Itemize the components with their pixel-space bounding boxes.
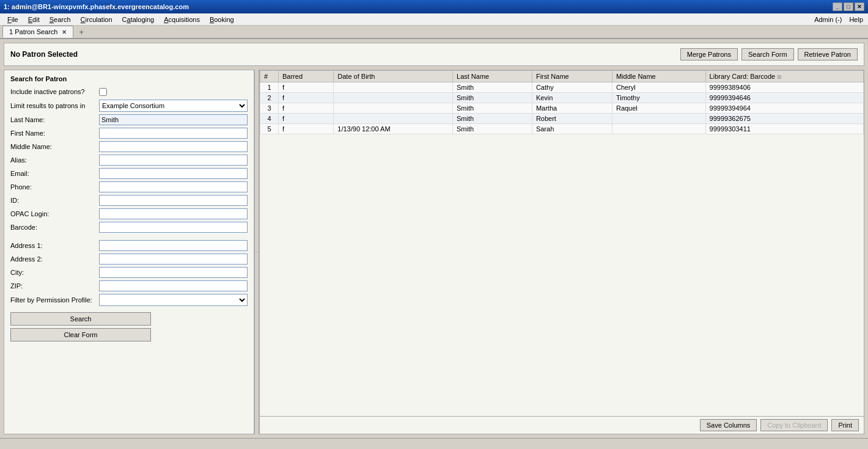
cell-firstname: Kevin (532, 93, 612, 103)
table-header-row: # Barred Date of Birth Last Name First N… (260, 71, 864, 82)
search-button[interactable]: Search (10, 312, 151, 326)
cell-num: 5 (260, 124, 279, 134)
save-columns-button[interactable]: Save Columns (700, 419, 757, 431)
results-table-container[interactable]: # Barred Date of Birth Last Name First N… (260, 70, 864, 416)
print-button[interactable]: Print (831, 419, 859, 431)
cell-dob (334, 82, 453, 93)
address2-input[interactable] (99, 254, 248, 265)
copy-to-clipboard-button[interactable]: Copy to Clipboard (760, 419, 828, 431)
maximize-button[interactable]: □ (844, 2, 853, 11)
include-inactive-row: Include inactive patrons? (4, 85, 254, 98)
middle-name-row: Middle Name: (4, 140, 254, 153)
zip-label: ZIP: (10, 282, 99, 290)
include-inactive-checkbox[interactable] (99, 88, 107, 96)
limit-results-select[interactable]: Example Consortium Branch 1 Branch 2 (99, 100, 248, 112)
cell-middlename: Raquel (612, 103, 705, 114)
permission-profile-row: Filter by Permission Profile: (4, 293, 254, 307)
cell-num: 4 (260, 114, 279, 124)
city-input[interactable] (99, 267, 248, 278)
alias-label: Alias: (10, 156, 99, 164)
menu-bar: File Edit Search Circulation Cataloging … (0, 13, 868, 26)
permission-profile-select[interactable] (99, 294, 248, 306)
last-name-input[interactable] (99, 114, 248, 125)
permission-profile-label: Filter by Permission Profile: (10, 296, 99, 304)
id-row: ID: (4, 194, 254, 207)
city-label: City: (10, 269, 99, 276)
last-name-label: Last Name: (10, 116, 99, 123)
table-row[interactable]: 2 f Smith Kevin Timothy 99999394646 (260, 93, 864, 103)
menu-file[interactable]: File (2, 15, 23, 24)
first-name-row: First Name: (4, 126, 254, 140)
merge-patrons-button[interactable]: Merge Patrons (680, 48, 738, 60)
barcode-row: Barcode: (4, 221, 254, 234)
address1-input[interactable] (99, 240, 248, 251)
menu-cataloging[interactable]: Cataloging (117, 15, 160, 24)
retrieve-patron-button[interactable]: Retrieve Patron (798, 48, 858, 60)
middle-name-label: Middle Name: (10, 143, 99, 150)
close-button[interactable]: ✕ (855, 2, 864, 11)
cell-num: 3 (260, 103, 279, 114)
col-header-lastname[interactable]: Last Name (453, 71, 532, 82)
help-label[interactable]: Help (849, 16, 863, 23)
middle-name-input[interactable] (99, 141, 248, 152)
clear-form-button[interactable]: Clear Form (10, 328, 151, 341)
opac-login-input[interactable] (99, 208, 248, 219)
minimize-button[interactable]: _ (833, 2, 842, 11)
email-input[interactable] (99, 168, 248, 179)
address1-row: Address 1: (4, 239, 254, 252)
main-content: No Patron Selected Merge Patrons Search … (0, 39, 868, 438)
menu-acquisitions[interactable]: Acquisitions (159, 15, 205, 24)
col-header-barred[interactable]: Barred (279, 71, 334, 82)
col-header-num[interactable]: # (260, 71, 279, 82)
phone-row: Phone: (4, 180, 254, 194)
top-buttons: Merge Patrons Search Form Retrieve Patro… (680, 48, 858, 60)
col-header-firstname[interactable]: First Name (532, 71, 612, 82)
table-row[interactable]: 5 f 1/13/90 12:00 AM Smith Sarah 9999930… (260, 124, 864, 134)
menu-search[interactable]: Search (45, 15, 76, 24)
results-tbody: 1 f Smith Cathy Cheryl 99999389406 2 f S… (260, 82, 864, 134)
cell-lastname: Smith (453, 82, 532, 93)
cell-middlename (612, 124, 705, 134)
address2-row: Address 2: (4, 252, 254, 266)
address1-label: Address 1: (10, 242, 99, 249)
tab-add-button[interactable]: + (75, 26, 89, 38)
tab-patron-search[interactable]: 1 Patron Search ✕ (2, 26, 73, 38)
col-header-dob[interactable]: Date of Birth (334, 71, 453, 82)
menu-booking[interactable]: Booking (205, 15, 239, 24)
add-tab-icon: + (79, 27, 84, 37)
limit-results-row: Limit results to patrons in Example Cons… (4, 98, 254, 113)
search-form-button[interactable]: Search Form (741, 48, 794, 60)
tabs-bar: 1 Patron Search ✕ + (0, 26, 868, 39)
cell-lastname: Smith (453, 114, 532, 124)
resize-handle[interactable]: ⋮ (254, 70, 259, 434)
first-name-input[interactable] (99, 128, 248, 139)
search-form-title: Search for Patron (4, 70, 254, 85)
barcode-input[interactable] (99, 222, 248, 233)
cell-firstname: Martha (532, 103, 612, 114)
id-label: ID: (10, 197, 99, 204)
cell-firstname: Cathy (532, 82, 612, 93)
cell-librarycard: 99999389406 (705, 82, 863, 93)
status-bar (0, 438, 868, 449)
results-panel: # Barred Date of Birth Last Name First N… (259, 70, 864, 434)
table-row[interactable]: 3 f Smith Martha Raquel 99999394964 (260, 103, 864, 114)
tab-close-icon[interactable]: ✕ (62, 29, 67, 35)
cell-barred: f (279, 93, 334, 103)
menu-edit[interactable]: Edit (23, 15, 45, 24)
admin-label[interactable]: Admin (-) (814, 16, 842, 23)
id-input[interactable] (99, 195, 248, 206)
phone-input[interactable] (99, 181, 248, 192)
city-row: City: (4, 266, 254, 279)
col-header-middlename[interactable]: Middle Name (612, 71, 705, 82)
table-row[interactable]: 4 f Smith Robert 99999362675 (260, 114, 864, 124)
cell-lastname: Smith (453, 103, 532, 114)
cell-librarycard: 99999394646 (705, 93, 863, 103)
table-row[interactable]: 1 f Smith Cathy Cheryl 99999389406 (260, 82, 864, 93)
menu-circulation[interactable]: Circulation (76, 15, 117, 24)
col-header-librarycard[interactable]: Library Card: Barcode ⊞ (705, 71, 863, 82)
opac-login-label: OPAC Login: (10, 210, 99, 217)
cell-num: 2 (260, 93, 279, 103)
alias-input[interactable] (99, 155, 248, 166)
email-row: Email: (4, 167, 254, 180)
zip-input[interactable] (99, 280, 248, 291)
